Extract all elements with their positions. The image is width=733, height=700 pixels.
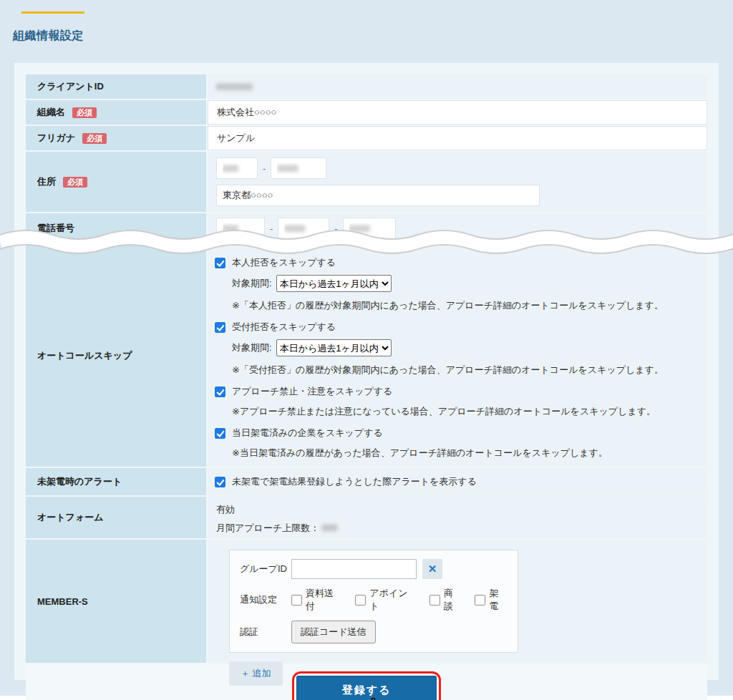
notify-settings-label: 通知設定	[240, 593, 291, 606]
clear-group-id-button[interactable]: ✕	[422, 559, 442, 579]
phone-part-3-input[interactable]	[343, 218, 396, 239]
auth-label: 認証	[240, 626, 291, 638]
no-call-alert-option: 未架電で架電結果登録しようとした際アラートを表示する	[232, 475, 477, 488]
send-auth-code-button[interactable]: 認証コード送信	[291, 621, 376, 643]
notify-option-appointment[interactable]: アポイント	[355, 587, 417, 613]
required-badge: 必須	[82, 133, 107, 144]
period-select-self-refusal[interactable]: 本日から過去1ヶ月以内	[276, 275, 392, 292]
period-label: 対象期間:	[232, 341, 272, 354]
checkbox-unchecked[interactable]	[291, 595, 302, 606]
group-id-label: グループID	[240, 563, 291, 575]
row-phone: 電話番号 - -	[26, 213, 707, 243]
checkbox-unchecked[interactable]	[355, 595, 366, 606]
notify-option-call[interactable]: 架電	[475, 587, 508, 613]
checkbox-checked[interactable]	[215, 387, 225, 397]
row-client-id: クライアントID 0000000	[26, 74, 707, 99]
annotation-highlight-outline: 登録する	[292, 671, 441, 700]
skip-option-approach-forbidden[interactable]: アプローチ禁止・注意をスキップする	[215, 385, 699, 398]
skip-note: ※「受付拒否」の履歴が対象期間内にあった場合、アプローチ詳細のオートコールをスキ…	[232, 364, 699, 376]
row-furigana: フリガナ 必須	[26, 126, 707, 150]
row-autocall-skip: オートコールスキップ 本人拒否をスキップする 対象期間: 本日から過去1ヶ月以内…	[26, 245, 707, 467]
address-label: 住所 必須	[26, 152, 206, 212]
autoform-limit-label: 月間アプローチ上限数：	[216, 522, 319, 533]
autoform-limit-value: 000	[322, 522, 338, 533]
phone-part-2-input[interactable]	[278, 218, 329, 239]
org-name-label: 組織名 必須	[26, 100, 206, 125]
period-select-reception-refusal[interactable]: 本日から過去1ヶ月以内	[276, 339, 392, 356]
no-call-alert-value-cell: 未架電で架電結果登録しようとした際アラートを表示する	[208, 468, 707, 495]
period-row: 対象期間: 本日から過去1ヶ月以内	[232, 339, 699, 356]
row-no-call-alert: 未架電時のアラート 未架電で架電結果登録しようとした際アラートを表示する	[26, 468, 707, 495]
row-member-s: MEMBER-S グループID ✕ 通知設定 資料送付	[26, 540, 707, 663]
checkbox-checked[interactable]	[215, 258, 225, 268]
member-s-value-cell: グループID ✕ 通知設定 資料送付 アポイント	[208, 540, 707, 663]
checkbox-unchecked[interactable]	[475, 595, 485, 606]
checkbox-unchecked[interactable]	[429, 595, 440, 606]
phone-separator: -	[334, 223, 337, 234]
skip-note: ※当日架電済みの履歴があった場合、アプローチ詳細のオートコールをスキップします。	[232, 447, 699, 460]
furigana-input[interactable]	[208, 126, 707, 150]
street-address-input[interactable]	[216, 185, 540, 206]
notify-option-negotiation[interactable]: 商談	[429, 587, 462, 613]
postal-code-1-input[interactable]	[216, 157, 258, 179]
page: 組織情報設定 クライアントID 0000000 組織名 必須 フリガナ 必須	[0, 0, 733, 696]
checkbox-checked[interactable]	[215, 477, 225, 487]
row-address: 住所 必須 -	[26, 152, 707, 212]
page-title: 組織情報設定	[13, 29, 84, 44]
checkbox-checked[interactable]	[215, 428, 225, 439]
address-value-cell: -	[208, 152, 707, 212]
row-org-name: 組織名 必須	[26, 100, 707, 125]
add-group-button[interactable]: ＋ 追加	[229, 661, 283, 686]
autoform-status: 有効	[216, 503, 699, 516]
phone-part-1-input[interactable]	[216, 218, 265, 239]
accent-underline	[21, 11, 84, 14]
furigana-label: フリガナ 必須	[26, 126, 206, 150]
settings-panel: クライアントID 0000000 組織名 必須 フリガナ 必須	[14, 63, 719, 680]
autocall-skip-label: オートコールスキップ	[26, 245, 206, 467]
required-badge: 必須	[63, 177, 87, 188]
skip-note: ※アプローチ禁止または注意になっている場合、アプローチ詳細のオートコールをスキッ…	[232, 405, 699, 418]
org-name-value-cell	[208, 100, 707, 125]
autocall-skip-value-cell: 本人拒否をスキップする 対象期間: 本日から過去1ヶ月以内 ※「本人拒否」の履歴…	[208, 245, 707, 467]
row-autoform: オートフォーム 有効 月間アプローチ上限数： 000	[26, 497, 707, 538]
autoform-label: オートフォーム	[26, 497, 206, 538]
furigana-value-cell	[208, 126, 707, 150]
required-badge: 必須	[72, 107, 97, 118]
hand-cursor-icon	[359, 692, 391, 700]
autoform-value-cell: 有効 月間アプローチ上限数： 000	[208, 497, 707, 538]
checkbox-checked[interactable]	[215, 322, 225, 333]
phone-value-cell: - -	[208, 213, 707, 243]
skip-option-reception-refusal[interactable]: 受付拒否をスキップする	[215, 321, 699, 334]
client-id-value-cell: 0000000	[208, 74, 707, 99]
notify-settings-row: 通知設定 資料送付 アポイント 商談	[240, 587, 508, 613]
member-s-group-box: グループID ✕ 通知設定 資料送付 アポイント	[229, 550, 518, 653]
member-s-label: MEMBER-S	[26, 540, 206, 663]
skip-option-self-refusal[interactable]: 本人拒否をスキップする	[215, 256, 699, 269]
postal-separator: -	[263, 163, 266, 174]
skip-note: ※「本人拒否」の履歴が対象期間内にあった場合、アプローチ詳細のオートコールをスキ…	[232, 299, 699, 312]
phone-label: 電話番号	[26, 213, 206, 243]
client-id-label: クライアントID	[26, 74, 206, 99]
postal-code-2-input[interactable]	[271, 157, 326, 179]
skip-option-called-today[interactable]: 当日架電済みの企業をスキップする	[215, 427, 699, 439]
group-id-input[interactable]	[291, 559, 417, 579]
org-name-input[interactable]	[208, 100, 707, 125]
period-row: 対象期間: 本日から過去1ヶ月以内	[232, 275, 699, 292]
client-id-value: 0000000	[216, 82, 253, 92]
auth-row: 認証 認証コード送信	[240, 621, 508, 643]
no-call-alert-label: 未架電時のアラート	[26, 468, 206, 495]
period-label: 対象期間:	[232, 277, 272, 290]
phone-separator: -	[270, 223, 273, 234]
notify-option-document[interactable]: 資料送付	[291, 587, 342, 613]
